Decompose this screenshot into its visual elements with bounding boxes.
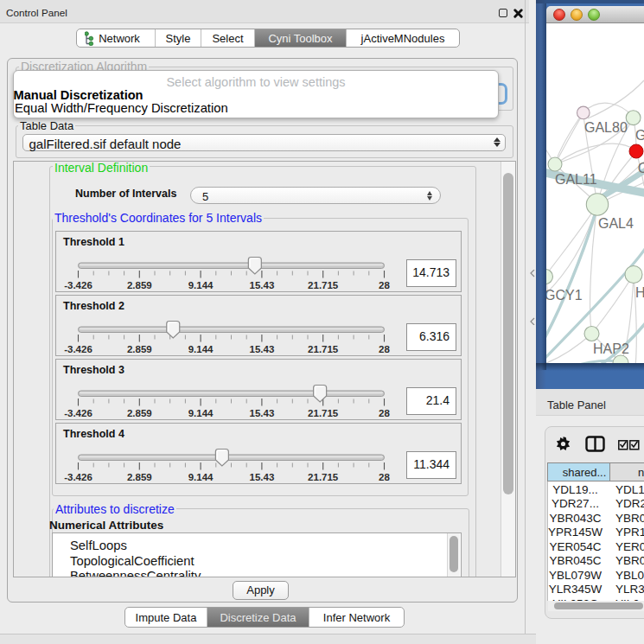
svg-text:9.144: 9.144 (188, 408, 214, 418)
svg-text:28: 28 (379, 408, 390, 418)
svg-text:15.43: 15.43 (250, 408, 275, 418)
svg-text:GAL80: GAL80 (584, 120, 628, 135)
svg-text:-3.426: -3.426 (64, 344, 92, 354)
svg-text:HAP2: HAP2 (593, 341, 629, 356)
svg-text:2.859: 2.859 (127, 408, 152, 418)
svg-text:28: 28 (379, 344, 390, 354)
svg-text:15.43: 15.43 (250, 472, 275, 482)
svg-text:H: H (635, 285, 644, 300)
svg-text:-3.426: -3.426 (64, 280, 92, 290)
svg-text:2.859: 2.859 (127, 344, 152, 354)
svg-text:9.144: 9.144 (188, 344, 214, 354)
svg-text:21.715: 21.715 (308, 280, 339, 290)
svg-text:GAL11: GAL11 (555, 172, 597, 187)
svg-text:GCY1: GCY1 (546, 288, 583, 303)
svg-text:21.715: 21.715 (308, 408, 339, 418)
svg-text:28: 28 (379, 280, 390, 290)
svg-text:28: 28 (379, 472, 390, 482)
svg-text:C: C (638, 161, 644, 175)
svg-text:GA: GA (635, 128, 644, 143)
svg-text:15.43: 15.43 (250, 280, 275, 290)
svg-text:-3.426: -3.426 (64, 472, 92, 482)
svg-text:9.144: 9.144 (188, 472, 214, 482)
svg-text:21.715: 21.715 (308, 472, 339, 482)
svg-text:-3.426: -3.426 (64, 408, 92, 418)
svg-text:2.859: 2.859 (127, 472, 152, 482)
svg-text:15.43: 15.43 (250, 344, 275, 354)
svg-text:2.859: 2.859 (127, 280, 152, 290)
svg-text:GAL4: GAL4 (598, 216, 634, 231)
svg-text:9.144: 9.144 (188, 280, 214, 290)
svg-text:21.715: 21.715 (308, 344, 339, 354)
